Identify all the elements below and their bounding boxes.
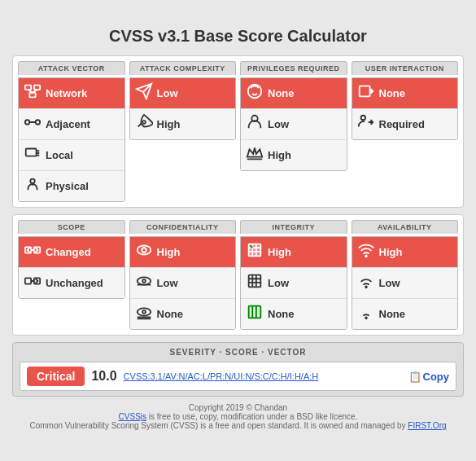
user-interaction-col: USER INTERACTION None <box>352 61 459 202</box>
svg-point-47 <box>365 286 367 288</box>
privileges-required-options: None Low <box>240 77 347 171</box>
scope-unchanged[interactable]: Unchanged <box>19 268 124 298</box>
availability-none[interactable]: None <box>352 299 458 329</box>
attack-vector-col: ATTACK VECTOR Network <box>18 61 125 202</box>
attack-complexity-high-label: High <box>157 118 181 130</box>
calculator: CVSS v3.1 Base Score Calculator ATTACK V… <box>0 19 476 442</box>
svg-rect-8 <box>26 149 37 156</box>
svg-point-30 <box>142 310 146 314</box>
arrows-out-icon <box>24 241 41 263</box>
confidentiality-high[interactable]: High <box>130 237 236 268</box>
attack-vector-local[interactable]: Local <box>19 140 124 171</box>
svg-point-25 <box>142 248 146 252</box>
privileges-required-col: PRIVILEGES REQUIRED None <box>240 61 347 202</box>
integrity-options: High Low <box>240 236 347 330</box>
first-org-link[interactable]: FIRST.Org <box>408 421 446 430</box>
physical-icon <box>24 175 41 197</box>
svg-point-19 <box>360 116 365 121</box>
confidentiality-none[interactable]: None <box>130 299 236 329</box>
cvssjs-link[interactable]: CVSSjs <box>119 412 146 421</box>
wifi-high-icon <box>357 241 375 263</box>
svg-rect-0 <box>25 86 31 90</box>
severity-vector[interactable]: CVSS:3.1/AV:N/AC:L/PR:N/UI:N/S:C/C:H/I:H… <box>124 371 402 381</box>
network-icon <box>24 82 41 104</box>
integrity-none[interactable]: None <box>241 299 347 329</box>
attack-vector-physical[interactable]: Physical <box>19 171 124 201</box>
severity-score: 10.0 <box>91 369 116 384</box>
integrity-col: INTEGRITY <box>240 220 347 330</box>
severity-header: SEVERITY · SCORE · VECTOR <box>20 348 456 357</box>
integrity-none-label: None <box>268 308 295 320</box>
availability-low-label: Low <box>379 277 400 289</box>
availability-high[interactable]: High <box>352 237 458 268</box>
svg-point-14 <box>142 121 146 124</box>
availability-col: AVAILABILITY High <box>352 220 459 330</box>
attack-vector-network[interactable]: Network <box>19 78 124 109</box>
user-interaction-required[interactable]: Required <box>352 109 458 139</box>
availability-high-label: High <box>379 246 403 258</box>
attack-complexity-low[interactable]: Low <box>130 78 236 109</box>
scope-options: Changed Unchanged <box>18 236 125 299</box>
user-interaction-none[interactable]: None <box>352 78 458 109</box>
scope-changed[interactable]: Changed <box>19 237 124 268</box>
svg-rect-38 <box>249 275 261 288</box>
user-interaction-options: None Required <box>352 77 459 140</box>
privileges-required-low-label: Low <box>268 118 289 130</box>
top-metrics-grid: ATTACK VECTOR Network <box>18 61 458 202</box>
shield-check-low-icon <box>246 272 264 294</box>
availability-none-label: None <box>379 308 406 320</box>
user-interaction-none-label: None <box>379 87 406 99</box>
svg-point-26 <box>137 277 151 284</box>
user-interaction-required-label: Required <box>379 118 425 130</box>
copy-icon: 📋 <box>408 371 421 383</box>
wifi-none-icon <box>357 303 375 325</box>
attack-vector-physical-label: Physical <box>46 180 89 192</box>
privileges-required-high[interactable]: High <box>241 140 347 170</box>
svg-rect-43 <box>249 306 261 318</box>
footer-line2: CVSSjs is free to use, copy, modificatio… <box>12 412 464 421</box>
attack-vector-adjacent[interactable]: Adjacent <box>19 109 124 140</box>
integrity-header: INTEGRITY <box>240 220 347 234</box>
confidentiality-low[interactable]: Low <box>130 268 236 299</box>
integrity-low[interactable]: Low <box>241 268 347 299</box>
scope-header: SCOPE <box>18 220 125 234</box>
integrity-high[interactable]: High <box>241 237 347 268</box>
availability-low[interactable]: Low <box>352 268 458 299</box>
arrow-box-icon <box>357 82 375 104</box>
attack-vector-network-label: Network <box>46 87 87 99</box>
svg-point-6 <box>36 120 40 125</box>
severity-section: SEVERITY · SCORE · VECTOR Critical 10.0 … <box>12 342 464 397</box>
scope-unchanged-label: Unchanged <box>46 277 103 289</box>
shield-none-icon <box>246 303 264 325</box>
attack-complexity-header: ATTACK COMPLEXITY <box>129 61 237 75</box>
svg-point-29 <box>137 308 151 315</box>
crown-icon <box>246 144 264 166</box>
attack-vector-local-label: Local <box>46 149 73 161</box>
svg-point-27 <box>142 279 146 283</box>
copy-label: Copy <box>423 371 450 383</box>
top-metrics-section: ATTACK VECTOR Network <box>12 55 464 208</box>
privileges-required-low[interactable]: Low <box>241 109 347 140</box>
severity-badge: Critical <box>27 367 85 386</box>
bottom-metrics-grid: SCOPE Changed <box>18 220 458 330</box>
confidentiality-options: High Low <box>129 236 237 330</box>
confidentiality-col: CONFIDENTIALITY High <box>129 220 237 330</box>
attack-complexity-col: ATTACK COMPLEXITY Low <box>129 61 237 202</box>
copy-button[interactable]: 📋 Copy <box>408 371 450 383</box>
attack-vector-options: Network Adjacent <box>18 77 125 202</box>
person-arrow-icon <box>357 113 375 135</box>
svg-rect-22 <box>25 278 31 283</box>
attack-complexity-high[interactable]: High <box>130 109 236 139</box>
integrity-high-label: High <box>268 246 291 258</box>
privileges-required-high-label: High <box>268 149 291 161</box>
confidentiality-none-label: None <box>157 308 184 320</box>
confidentiality-header: CONFIDENTIALITY <box>129 220 237 234</box>
privileges-required-none[interactable]: None <box>241 78 347 109</box>
availability-options: High Low <box>352 236 459 330</box>
shield-check-high-icon <box>246 241 264 263</box>
attack-vector-header: ATTACK VECTOR <box>18 61 125 75</box>
person-icon <box>246 113 264 135</box>
wifi-low-icon <box>357 272 375 294</box>
eye-low-icon <box>135 272 153 294</box>
footer-line1: Copyright 2019 © Chandan <box>12 403 464 412</box>
